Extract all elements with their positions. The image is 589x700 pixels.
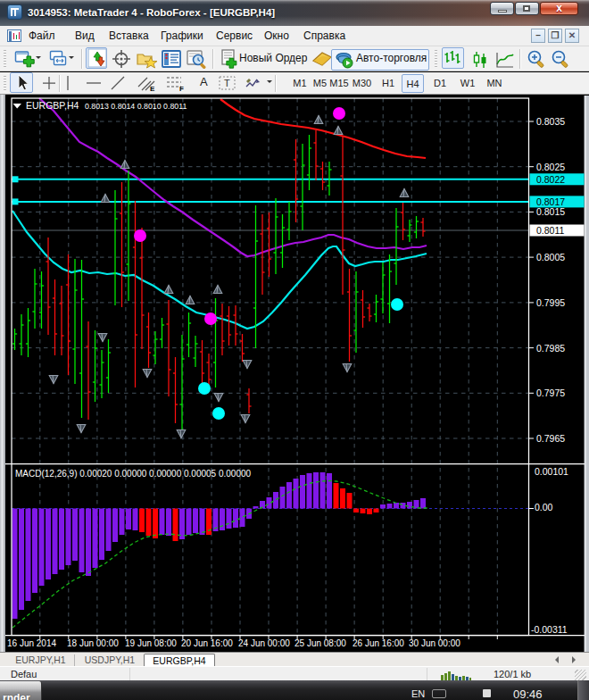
svg-text:0.7965: 0.7965 [536,433,565,444]
svg-text:-0.00311: -0.00311 [531,624,568,635]
svg-text:0.8015: 0.8015 [536,206,565,217]
svg-text:0.8017: 0.8017 [536,196,565,207]
svg-text:0.00: 0.00 [535,502,553,512]
svg-text:30 Jun 00:00: 30 Jun 00:00 [409,638,460,648]
svg-text:0.00101: 0.00101 [535,466,568,477]
svg-text:26 Jun 16:00: 26 Jun 16:00 [353,638,404,648]
svg-text:0.8013 0.8014 0.8010 0.8011: 0.8013 0.8014 0.8010 0.8011 [85,102,187,111]
svg-text:MACD(12,26,9) 0.00020 0.00000: MACD(12,26,9) 0.00020 0.00000 0.00000 0.… [15,469,252,479]
svg-text:0.8025: 0.8025 [536,162,565,172]
svg-text:0.7985: 0.7985 [536,343,565,354]
svg-text:0.8005: 0.8005 [536,252,565,262]
svg-text:18 Jun 00:00: 18 Jun 00:00 [67,638,119,648]
svg-text:0.7995: 0.7995 [536,297,565,308]
svg-text:25 Jun 08:00: 25 Jun 08:00 [294,638,346,648]
svg-text:0.8022: 0.8022 [536,174,565,185]
svg-text:0.7975: 0.7975 [536,388,565,398]
svg-text:19 Jun 08:00: 19 Jun 08:00 [125,638,177,648]
svg-text:0.8011: 0.8011 [536,225,564,236]
svg-text:0.8035: 0.8035 [536,116,565,127]
svg-text:EURGBP,H4: EURGBP,H4 [26,100,79,111]
svg-text:20 Jun 16:00: 20 Jun 16:00 [181,638,233,648]
svg-text:24 Jun 00:00: 24 Jun 00:00 [238,638,290,648]
svg-text:16 Jun 2014: 16 Jun 2014 [7,638,56,648]
